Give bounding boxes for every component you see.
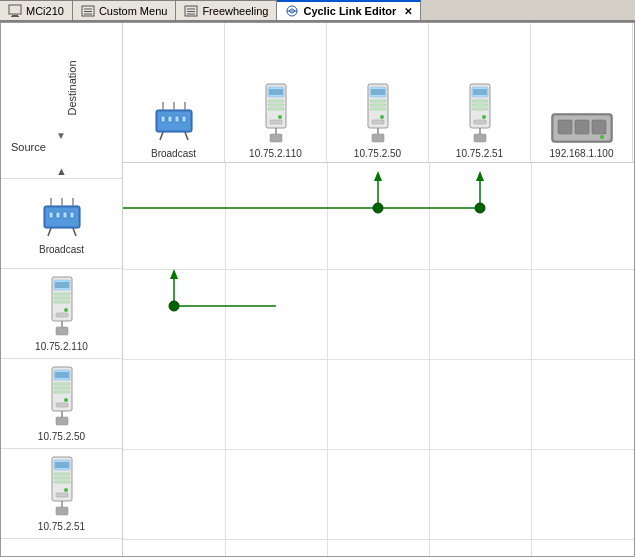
svg-rect-51 — [474, 120, 486, 124]
svg-rect-27 — [268, 100, 284, 102]
server-10.75.2.50-icon — [360, 82, 396, 148]
svg-rect-90 — [56, 417, 68, 425]
svg-rect-33 — [270, 134, 282, 142]
tab-custom-menu-label: Custom Menu — [99, 5, 167, 17]
svg-rect-36 — [371, 89, 385, 95]
menu-icon-2 — [184, 4, 198, 18]
svg-rect-80 — [56, 327, 68, 335]
svg-rect-100 — [56, 507, 68, 515]
svg-rect-46 — [473, 89, 487, 95]
svg-rect-83 — [55, 372, 69, 378]
scroll-up-arrow[interactable]: ▲ — [1, 163, 122, 179]
scroll-down-arrow[interactable]: ▼ — [56, 130, 66, 141]
svg-point-50 — [482, 115, 486, 119]
col-label-10.75.2.110: 10.75.2.110 — [249, 148, 302, 159]
row-label-192.168.1.100: ▼ — [1, 539, 122, 556]
svg-rect-74 — [54, 293, 70, 295]
svg-rect-48 — [472, 104, 488, 106]
svg-line-70 — [73, 228, 76, 236]
svg-rect-58 — [592, 120, 606, 134]
col-label-broadcast: Broadcast — [151, 148, 196, 159]
server-10.75.2.51-icon — [462, 82, 498, 148]
svg-rect-63 — [56, 212, 60, 218]
svg-rect-43 — [372, 134, 384, 142]
row-labels: ▲ Broa — [1, 163, 123, 556]
row-server-10.75.2.110-icon — [44, 275, 80, 341]
svg-rect-78 — [56, 313, 68, 317]
svg-rect-96 — [54, 481, 70, 483]
tab-custom-menu[interactable]: Custom Menu — [73, 0, 176, 20]
svg-point-59 — [600, 135, 604, 139]
svg-rect-56 — [558, 120, 572, 134]
svg-point-30 — [278, 115, 282, 119]
col-header-10.75.2.110: 10.75.2.110 — [225, 23, 327, 162]
computer-icon — [8, 4, 22, 18]
tab-freewheeling[interactable]: Freewheeling — [176, 0, 277, 20]
col-header-10.75.2.51: 10.75.2.51 — [429, 23, 531, 162]
svg-rect-84 — [54, 383, 70, 385]
svg-rect-88 — [56, 403, 68, 407]
svg-rect-26 — [269, 89, 283, 95]
svg-line-23 — [185, 132, 188, 140]
svg-rect-62 — [49, 212, 53, 218]
svg-rect-76 — [54, 301, 70, 303]
svg-point-117 — [169, 301, 179, 311]
corner-cell: Destination Source ▼ — [1, 23, 123, 163]
tab-mci210[interactable]: MCi210 — [0, 0, 73, 20]
broadcast-device-icon — [148, 96, 200, 148]
row-label-broadcast: Broadcast — [1, 179, 122, 269]
svg-rect-73 — [55, 282, 69, 288]
source-label: Source — [11, 141, 46, 153]
svg-point-40 — [380, 115, 384, 119]
svg-rect-98 — [56, 493, 68, 497]
svg-rect-41 — [372, 120, 384, 124]
col-label-192.168.1.100: 192.168.1.100 — [550, 148, 614, 159]
svg-rect-53 — [474, 134, 486, 142]
row-label-10.75.2.50-text: 10.75.2.50 — [38, 431, 85, 442]
svg-point-113 — [475, 203, 485, 213]
row-label-broadcast-text: Broadcast — [39, 244, 84, 255]
row-label-10.75.2.110-text: 10.75.2.110 — [35, 341, 88, 352]
svg-marker-109 — [374, 171, 382, 181]
svg-rect-37 — [370, 100, 386, 102]
svg-rect-17 — [175, 116, 179, 122]
svg-line-22 — [160, 132, 163, 140]
svg-point-110 — [373, 203, 383, 213]
bottom-section: ▲ Broa — [1, 163, 634, 556]
svg-rect-94 — [54, 473, 70, 475]
svg-rect-28 — [268, 104, 284, 106]
tab-close-button[interactable]: ✕ — [404, 6, 412, 17]
svg-rect-0 — [9, 5, 21, 14]
svg-point-97 — [64, 488, 68, 492]
col-header-broadcast: Broadcast — [123, 23, 225, 162]
column-headers: Broadcast — [123, 23, 633, 162]
matrix-area[interactable] — [123, 163, 634, 556]
svg-rect-93 — [55, 462, 69, 468]
link-icon — [285, 4, 299, 18]
svg-rect-65 — [70, 212, 74, 218]
svg-rect-39 — [370, 108, 386, 110]
row-broadcast-icon — [36, 192, 88, 244]
svg-rect-18 — [182, 116, 186, 122]
svg-rect-64 — [63, 212, 67, 218]
nas-192.168.1.100-icon — [550, 104, 614, 148]
svg-line-69 — [48, 228, 51, 236]
svg-rect-57 — [575, 120, 589, 134]
svg-rect-29 — [268, 108, 284, 110]
svg-point-77 — [64, 308, 68, 312]
svg-rect-49 — [472, 108, 488, 110]
col-header-192.168.1.100: 192.168.1.100 — [531, 23, 633, 162]
svg-marker-116 — [170, 269, 178, 279]
col-header-10.75.2.50: 10.75.2.50 — [327, 23, 429, 162]
row-label-10.75.2.50: 10.75.2.50 — [1, 359, 122, 449]
row-server-10.75.2.51-icon — [44, 455, 80, 521]
tab-cyclic-link-editor[interactable]: Cyclic Link Editor ✕ — [277, 0, 421, 20]
svg-rect-31 — [270, 120, 282, 124]
tab-cyclic-link-editor-label: Cyclic Link Editor — [303, 5, 396, 17]
svg-rect-15 — [161, 116, 165, 122]
tab-mci210-label: MCi210 — [26, 5, 64, 17]
tab-bar: MCi210 Custom Menu — [0, 0, 635, 22]
svg-rect-75 — [54, 297, 70, 299]
svg-rect-86 — [54, 391, 70, 393]
row-label-10.75.2.51-text: 10.75.2.51 — [38, 521, 85, 532]
